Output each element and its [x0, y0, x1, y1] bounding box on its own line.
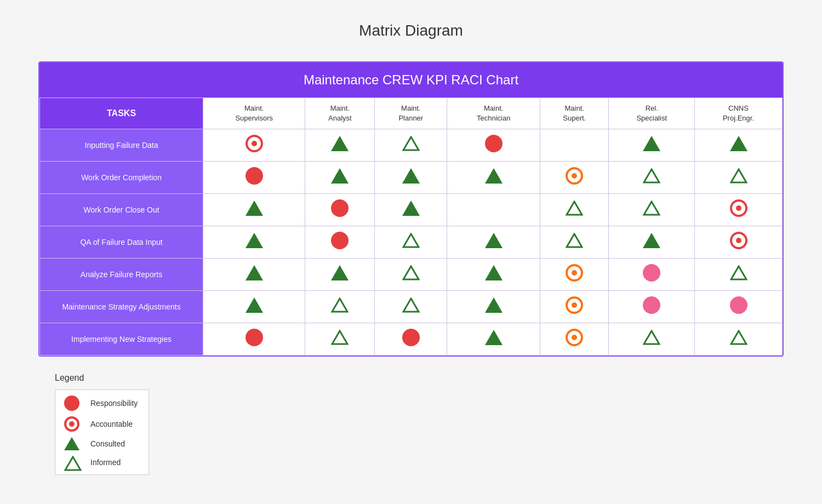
- informed-symbol: [402, 297, 420, 313]
- raci-table: TASKS Maint.Supervisors Maint.Analyst Ma…: [39, 98, 783, 356]
- task-label: QA of Failure Data Input: [40, 226, 203, 259]
- informed-symbol: [643, 168, 660, 184]
- col-header-1: Maint.Analyst: [305, 98, 375, 129]
- table-row: Implementing New Strategies: [40, 323, 783, 356]
- consulted-symbol: [643, 136, 660, 151]
- data-cell: [609, 291, 695, 323]
- data-cell: [695, 291, 783, 323]
- data-cell: [203, 162, 305, 194]
- responsibility-symbol: [331, 232, 349, 249]
- table-row: Maintenance Strategy Adjustments: [40, 291, 783, 323]
- task-label: Inputting Failure Data: [40, 129, 203, 162]
- consulted-symbol: [246, 233, 263, 248]
- data-cell: [609, 226, 695, 259]
- responsibility-symbol: [643, 296, 660, 314]
- col-header-5: Rel.Specialist: [609, 98, 695, 129]
- responsibility-symbol: [246, 329, 263, 346]
- data-cell: [305, 291, 375, 323]
- accountable-symbol: [566, 329, 583, 346]
- col-header-6: CNNSProj.Engr.: [695, 98, 783, 129]
- data-cell: [447, 194, 540, 226]
- page-title: Matrix Diagram: [22, 22, 800, 39]
- responsibility-symbol: [643, 264, 660, 282]
- data-cell: [540, 194, 609, 226]
- data-cell: [375, 129, 447, 162]
- informed-symbol: [402, 233, 420, 248]
- data-cell: [609, 162, 695, 194]
- consulted-symbol: [246, 297, 263, 313]
- consulted-symbol: [485, 297, 503, 313]
- responsibility-symbol: [246, 167, 263, 185]
- legend-informed-symbol: [61, 456, 83, 469]
- data-cell: [447, 226, 540, 259]
- data-cell: [540, 259, 609, 291]
- tasks-column-header: TASKS: [40, 98, 203, 129]
- consulted-symbol: [485, 330, 503, 345]
- legend-container: Legend Responsibility Accountable Consul…: [55, 373, 800, 475]
- legend-accountable-label: Accountable: [90, 420, 133, 428]
- consulted-icon: [64, 437, 79, 450]
- data-cell: [375, 291, 447, 323]
- accountable-symbol: [566, 296, 583, 314]
- responsibility-symbol: [485, 135, 503, 152]
- data-cell: [375, 194, 447, 226]
- accountable-symbol: [730, 199, 747, 217]
- data-cell: [540, 323, 609, 356]
- accountable-symbol: [566, 167, 583, 185]
- responsibility-symbol: [730, 296, 747, 314]
- data-cell: [695, 194, 783, 226]
- informed-symbol: [730, 168, 747, 184]
- data-cell: [447, 291, 540, 323]
- chart-header: Maintenance CREW KPI RACI Chart: [39, 62, 783, 98]
- task-label: Implementing New Strategies: [40, 323, 203, 356]
- data-cell: [305, 226, 375, 259]
- data-cell: [447, 129, 540, 162]
- data-cell: [447, 162, 540, 194]
- data-cell: [695, 323, 783, 356]
- data-cell: [305, 259, 375, 291]
- data-cell: [540, 291, 609, 323]
- svg-marker-4: [644, 202, 659, 215]
- legend-row-responsibility: Responsibility: [61, 396, 138, 411]
- col-header-0: Maint.Supervisors: [203, 98, 305, 129]
- col-header-4: Maint.Supert.: [540, 98, 609, 129]
- accountable-symbol: [730, 232, 747, 249]
- task-label: Analyze Failure Reports: [40, 259, 203, 291]
- legend-row-accountable: Accountable: [61, 416, 138, 432]
- svg-marker-3: [567, 202, 582, 215]
- legend-consulted-symbol: [61, 437, 83, 450]
- accountable-icon: [64, 416, 79, 432]
- data-cell: [203, 226, 305, 259]
- data-cell: [375, 259, 447, 291]
- svg-marker-10: [403, 299, 419, 312]
- consulted-symbol: [730, 136, 747, 151]
- consulted-symbol: [485, 233, 503, 248]
- data-cell: [203, 323, 305, 356]
- consulted-symbol: [246, 265, 263, 280]
- table-row: Work Order Completion: [40, 162, 783, 194]
- consulted-symbol: [331, 136, 349, 151]
- data-cell: [447, 259, 540, 291]
- table-row: Inputting Failure Data: [40, 129, 783, 162]
- legend-accountable-symbol: [61, 416, 83, 432]
- svg-marker-2: [731, 169, 746, 182]
- consulted-symbol: [485, 265, 503, 280]
- informed-symbol: [566, 201, 583, 216]
- informed-symbol: [402, 136, 420, 151]
- data-cell: [695, 226, 783, 259]
- consulted-symbol: [331, 168, 349, 184]
- consulted-symbol: [331, 265, 349, 280]
- svg-marker-0: [403, 137, 419, 150]
- svg-marker-8: [731, 266, 746, 279]
- svg-marker-1: [644, 169, 659, 182]
- table-row: QA of Failure Data Input: [40, 226, 783, 259]
- consulted-symbol: [643, 233, 660, 248]
- consulted-symbol: [402, 201, 420, 216]
- svg-marker-7: [403, 266, 419, 279]
- informed-symbol: [730, 330, 747, 345]
- data-cell: [540, 226, 609, 259]
- legend-consulted-label: Consulted: [90, 439, 125, 448]
- data-cell: [375, 226, 447, 259]
- data-cell: [375, 323, 447, 356]
- data-cell: [203, 129, 305, 162]
